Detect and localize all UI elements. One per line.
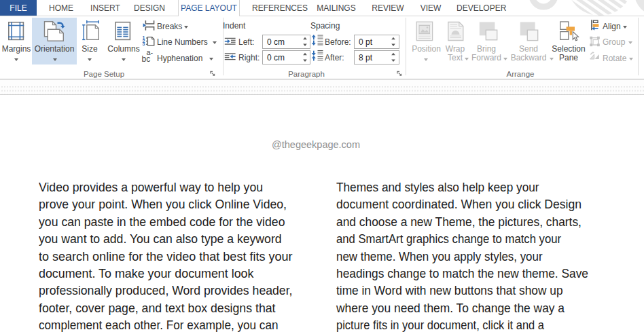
svg-text:a-: a- (147, 48, 154, 56)
svg-text:3: 3 (143, 41, 145, 46)
